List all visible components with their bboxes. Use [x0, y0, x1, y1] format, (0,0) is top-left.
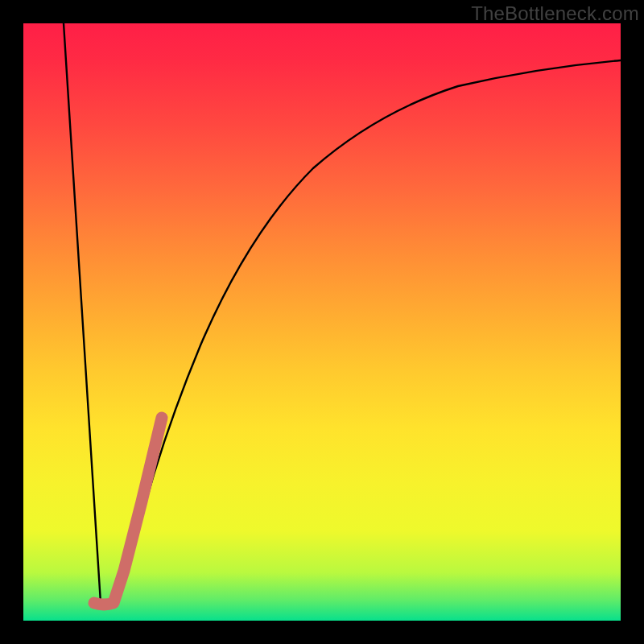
chart-svg — [23, 23, 621, 621]
bottleneck-curve — [64, 23, 621, 606]
chart-frame: TheBottleneck.com — [0, 0, 644, 644]
accent-segment — [94, 418, 162, 605]
plot-area — [23, 23, 621, 621]
watermark-text: TheBottleneck.com — [471, 2, 639, 25]
